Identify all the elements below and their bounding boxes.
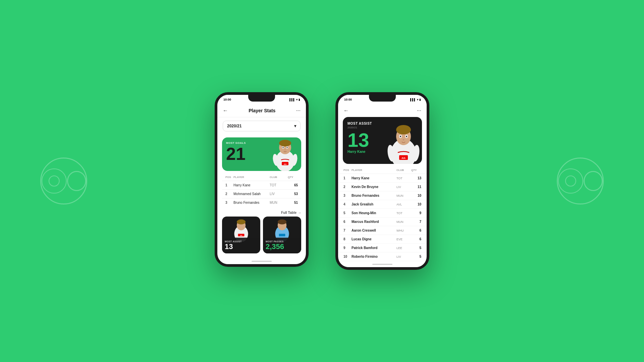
table-row[interactable]: 3 Bruno Fernandes MUN 51 [222,198,301,207]
passes-card-label: MOST PASSES 2,356 [263,238,301,253]
phone1-status-icons: ▌▌▌ ▾ ▮ [289,98,300,101]
assist-number: 13 [225,243,258,251]
battery-icon2: ▮ [419,98,421,101]
svg-point-4 [279,140,291,146]
table-row[interactable]: 7 Aaron Creswell WHU 6 [338,226,427,235]
most-assist-card-small[interactable]: AIA MOST ASSIST 13 [222,217,260,253]
p2-r5-pos: 5 [343,211,350,215]
svg-text:AIA: AIA [401,157,406,159]
phone1-stats-table: POS PLAYER CLUB QTY 1 Harry Kane TOT 65 … [222,174,301,207]
p2-r8-pos: 8 [343,237,350,241]
p2-r2-club: LIV [396,185,410,189]
dropdown-container: 2020/21 ▾ [217,117,306,135]
most-goals-text: MOST GOALS 21 [226,141,246,163]
p2-r9-qty: 5 [411,246,421,250]
row3-qty: 51 [288,201,298,204]
table-row[interactable]: 6 Marcus Rashford MUN 7 [338,218,427,226]
most-passes-card-small[interactable]: MOST PASSES 2,356 [263,217,301,253]
p2-r10-qty: 5 [411,255,421,258]
phone2-notch [369,95,396,102]
player-image-goals: AIA [268,137,301,171]
signal-icon2: ▌▌▌ [410,98,416,101]
home-indicator [252,261,272,262]
p2-r1-club: TOT [396,177,410,180]
p2-r6-club: MUN [396,220,410,224]
svg-point-29 [406,136,407,137]
p2-r5-player: Son Heung-Min [352,211,395,215]
p2-r7-club: WHU [396,229,410,232]
table-row[interactable]: 3 Bruno Fernandes MUN 10 [338,191,427,200]
row1-qty: 65 [288,183,298,187]
col-qty: QTY [288,176,298,179]
svg-point-36 [566,176,576,186]
p2-r4-player: Jack Grealish [352,202,395,206]
p2-r8-qty: 6 [411,237,421,241]
table-row[interactable]: 10 Roberto Firmino LIV 5 [338,252,427,261]
svg-point-8 [287,147,288,148]
p2-col-player: PLAYER [352,169,395,172]
p2-r4-pos: 4 [343,202,350,206]
row3-pos: 3 [225,201,232,204]
phone2-status-icons: ▌▌▌ ▾ ▮ [410,98,421,101]
phone2: 10:00 ▌▌▌ ▾ ▮ ← ··· MOST ASSIST 2020/21 … [335,92,429,270]
svg-point-35 [558,169,583,193]
svg-point-30 [403,139,405,140]
row3-club: MUN [270,201,286,204]
p2-col-club: CLUB [396,169,410,172]
svg-point-16 [237,219,246,224]
assist-player-image: AIA [385,120,422,164]
passes-number: 2,356 [266,243,299,251]
svg-point-25 [396,125,411,134]
phones-container: 10:00 ▌▌▌ ▾ ▮ ← Player Stats ··· 2020/21… [215,92,429,270]
p2-r9-club: LEE [396,246,410,250]
p2-r6-qty: 7 [411,220,421,224]
p2-r1-pos: 1 [343,176,350,180]
table-row[interactable]: 2 Kevin De Bruyne LIV 11 [338,183,427,191]
phone2-more-button[interactable]: ··· [417,108,421,114]
signal-icon: ▌▌▌ [289,98,295,101]
svg-point-9 [284,149,286,150]
phone1-back-button[interactable]: ← [223,108,228,114]
table-row[interactable]: 5 Son Heung-Min TOT 9 [338,209,427,218]
phone2-bottom-bar [338,261,427,267]
soccer-ball-icon-left [41,168,67,194]
phone2-back-button[interactable]: ← [343,108,349,114]
p2-r9-player: Patrick Bamford [352,246,395,250]
phone1: 10:00 ▌▌▌ ▾ ▮ ← Player Stats ··· 2020/21… [215,92,309,267]
wifi-icon: ▾ [296,98,298,101]
bottom-cards: AIA MOST ASSIST 13 [222,217,301,253]
most-goals-number: 21 [226,145,246,163]
stats-table-header: POS PLAYER CLUB QTY [222,174,301,181]
row1-player: Harry Kane [233,183,268,187]
assist-card-label: MOST ASSIST 13 [222,238,260,253]
p2-r10-pos: 10 [343,255,350,258]
p2-r6-player: Marcus Rashford [352,220,395,224]
table-row[interactable]: 2 Mohmamed Salah LIV 53 [222,189,301,198]
p2-r4-qty: 10 [411,202,421,206]
table-row[interactable]: 9 Patrick Bamford LEE 5 [338,244,427,252]
table-row[interactable]: 8 Lucas Digne EVE 6 [338,235,427,244]
home-indicator2 [372,264,392,265]
row3-player: Bruno Fernandes [233,201,268,204]
full-table-link[interactable]: Full Table → [217,209,306,217]
p2-r4-club: AVL [396,203,410,206]
phone2-header: ← ··· [338,104,427,117]
wifi-icon2: ▾ [417,98,418,101]
p2-r3-club: MUN [396,194,410,197]
phone1-title: Player Stats [249,108,275,113]
p2-r7-qty: 6 [411,229,421,232]
table-row[interactable]: 1 Harry Kane TOT 65 [222,181,301,189]
phone1-more-button[interactable]: ··· [296,108,301,114]
p2-r3-qty: 10 [411,194,421,197]
svg-point-0 [42,169,66,193]
most-goals-card[interactable]: MOST GOALS 21 [222,137,301,171]
season-dropdown[interactable]: 2020/21 ▾ [223,121,301,131]
p2-r7-pos: 7 [343,229,350,232]
phone1-notch [248,95,275,102]
table-row[interactable]: 1 Harry Kane TOT 13 [338,174,427,183]
table-row[interactable]: 4 Jack Grealish AVL 10 [338,200,427,209]
most-assist-big-card[interactable]: MOST ASSIST 2020/21 13 Harry Kane [343,117,422,164]
svg-point-21 [278,219,286,224]
p2-r3-player: Bruno Fernandes [352,194,395,197]
p2-r1-player: Harry Kane [352,176,395,180]
